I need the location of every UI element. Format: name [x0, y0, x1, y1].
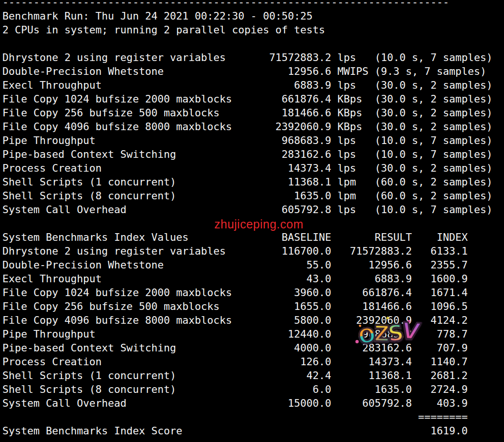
- terminal-line: Process Creation 14373.4 lps (30.0 s, 2 …: [2, 161, 493, 175]
- terminal-line: Double-Precision Whetstone 12956.6 MWIPS…: [2, 64, 493, 78]
- terminal-line: ----------------------------------------…: [2, 0, 493, 9]
- terminal-line: Pipe-based Context Switching 283162.6 lp…: [2, 147, 493, 161]
- terminal-line: Shell Scripts (8 concurrent) 6.0 1635.0 …: [2, 382, 493, 396]
- terminal-line: 2 CPUs in system; running 2 parallel cop…: [2, 23, 493, 37]
- terminal-line: Shell Scripts (8 concurrent) 1635.0 lpm …: [2, 189, 493, 203]
- logo-letter: V: [399, 317, 422, 345]
- terminal-line: System Call Overhead 605792.8 lps (10.0 …: [2, 203, 493, 216]
- terminal-line: Pipe Throughput 968683.9 lps (10.0 s, 7 …: [2, 134, 493, 147]
- terminal-line: File Copy 1024 bufsize 2000 maxblocks 39…: [2, 286, 493, 299]
- watermark-zhujiceping: zhujiceping.com: [214, 217, 304, 231]
- terminal-line: Execl Throughput 43.0 6883.9 1600.9: [2, 272, 493, 286]
- terminal-line: ========: [2, 410, 493, 424]
- terminal-line: File Copy 1024 bufsize 2000 maxblocks 66…: [2, 92, 493, 106]
- terminal-line: Pipe-based Context Switching 4000.0 2831…: [2, 341, 493, 355]
- terminal-line: System Benchmarks Index Values BASELINE …: [2, 230, 493, 244]
- terminal-line: File Copy 4096 bufsize 8000 maxblocks 23…: [2, 120, 493, 134]
- terminal-line: Shell Scripts (1 concurrent) 11368.1 lpm…: [2, 175, 493, 189]
- terminal-line: System Call Overhead 15000.0 605792.8 40…: [2, 396, 493, 410]
- terminal-line: System Benchmarks Index Score 1619.0: [2, 424, 493, 438]
- terminal-line: Benchmark Run: Thu Jun 24 2021 00:22:30 …: [2, 9, 493, 23]
- terminal-line: Process Creation 126.0 14373.4 1140.7: [2, 355, 493, 369]
- terminal-window: ----------------------------------------…: [0, 0, 504, 442]
- terminal-line: Dhrystone 2 using register variables 116…: [2, 244, 493, 258]
- terminal-line: Shell Scripts (1 concurrent) 42.4 11368.…: [2, 369, 493, 382]
- terminal-line: Dhrystone 2 using register variables 715…: [2, 51, 493, 64]
- terminal-line: [2, 37, 493, 51]
- watermark-ozsv-logo: ✦ OZSV: [357, 319, 411, 351]
- terminal-line: Double-Precision Whetstone 55.0 12956.6 …: [2, 258, 493, 272]
- terminal-line: Execl Throughput 6883.9 lps (30.0 s, 2 s…: [2, 78, 493, 92]
- logo-letters: OZSV: [358, 333, 420, 345]
- terminal-line: File Copy 256 bufsize 500 maxblocks 1655…: [2, 299, 493, 313]
- terminal-line: File Copy 256 bufsize 500 maxblocks 1814…: [2, 106, 493, 120]
